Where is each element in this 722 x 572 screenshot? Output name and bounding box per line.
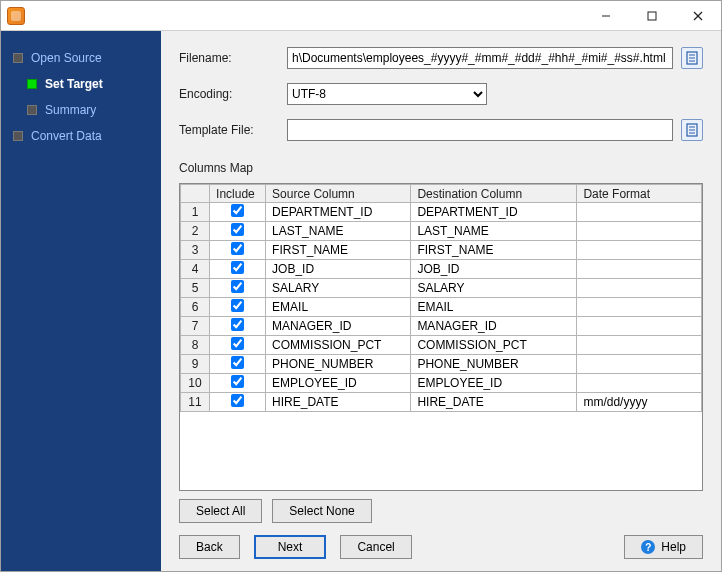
col-header-rownum[interactable]	[181, 185, 210, 203]
table-row[interactable]: 7MANAGER_IDMANAGER_ID	[181, 317, 702, 336]
row-number-cell[interactable]: 7	[181, 317, 210, 336]
back-button[interactable]: Back	[179, 535, 240, 559]
include-cell[interactable]	[210, 317, 266, 336]
source-column-cell[interactable]: FIRST_NAME	[266, 241, 411, 260]
step-summary[interactable]: Summary	[23, 97, 153, 123]
date-format-cell[interactable]	[577, 374, 702, 393]
col-header-date[interactable]: Date Format	[577, 185, 702, 203]
row-number-cell[interactable]: 10	[181, 374, 210, 393]
source-column-cell[interactable]: EMAIL	[266, 298, 411, 317]
destination-column-cell[interactable]: EMAIL	[411, 298, 577, 317]
date-format-cell[interactable]	[577, 241, 702, 260]
include-cell[interactable]	[210, 355, 266, 374]
step-convert-data[interactable]: Convert Data	[9, 123, 153, 149]
date-format-cell[interactable]	[577, 260, 702, 279]
include-checkbox[interactable]	[231, 204, 244, 217]
source-column-cell[interactable]: SALARY	[266, 279, 411, 298]
source-column-cell[interactable]: HIRE_DATE	[266, 393, 411, 412]
columns-map-grid[interactable]: Include Source Column Destination Column…	[179, 183, 703, 491]
table-row[interactable]: 11HIRE_DATEHIRE_DATEmm/dd/yyyy	[181, 393, 702, 412]
destination-column-cell[interactable]: DEPARTMENT_ID	[411, 203, 577, 222]
include-checkbox[interactable]	[231, 261, 244, 274]
date-format-cell[interactable]	[577, 222, 702, 241]
row-number-cell[interactable]: 4	[181, 260, 210, 279]
browse-filename-button[interactable]	[681, 47, 703, 69]
include-checkbox[interactable]	[231, 318, 244, 331]
browse-template-button[interactable]	[681, 119, 703, 141]
include-cell[interactable]	[210, 203, 266, 222]
row-number-cell[interactable]: 2	[181, 222, 210, 241]
destination-column-cell[interactable]: JOB_ID	[411, 260, 577, 279]
row-number-cell[interactable]: 11	[181, 393, 210, 412]
include-checkbox[interactable]	[231, 394, 244, 407]
template-input[interactable]	[287, 119, 673, 141]
include-cell[interactable]	[210, 374, 266, 393]
table-row[interactable]: 3FIRST_NAMEFIRST_NAME	[181, 241, 702, 260]
include-cell[interactable]	[210, 298, 266, 317]
row-number-cell[interactable]: 9	[181, 355, 210, 374]
col-header-source[interactable]: Source Column	[266, 185, 411, 203]
include-checkbox[interactable]	[231, 280, 244, 293]
row-number-cell[interactable]: 5	[181, 279, 210, 298]
table-row[interactable]: 6EMAILEMAIL	[181, 298, 702, 317]
row-number-cell[interactable]: 8	[181, 336, 210, 355]
destination-column-cell[interactable]: SALARY	[411, 279, 577, 298]
include-cell[interactable]	[210, 279, 266, 298]
table-row[interactable]: 9PHONE_NUMBERPHONE_NUMBER	[181, 355, 702, 374]
destination-column-cell[interactable]: EMPLOYEE_ID	[411, 374, 577, 393]
select-all-button[interactable]: Select All	[179, 499, 262, 523]
select-none-button[interactable]: Select None	[272, 499, 371, 523]
step-set-target[interactable]: Set Target	[23, 71, 153, 97]
date-format-cell[interactable]: mm/dd/yyyy	[577, 393, 702, 412]
step-open-source[interactable]: Open Source	[9, 45, 153, 71]
destination-column-cell[interactable]: LAST_NAME	[411, 222, 577, 241]
source-column-cell[interactable]: JOB_ID	[266, 260, 411, 279]
source-column-cell[interactable]: DEPARTMENT_ID	[266, 203, 411, 222]
date-format-cell[interactable]	[577, 336, 702, 355]
filename-input[interactable]	[287, 47, 673, 69]
date-format-cell[interactable]	[577, 298, 702, 317]
include-cell[interactable]	[210, 222, 266, 241]
destination-column-cell[interactable]: MANAGER_ID	[411, 317, 577, 336]
include-checkbox[interactable]	[231, 337, 244, 350]
cancel-button[interactable]: Cancel	[340, 535, 411, 559]
destination-column-cell[interactable]: HIRE_DATE	[411, 393, 577, 412]
date-format-cell[interactable]	[577, 279, 702, 298]
source-column-cell[interactable]: EMPLOYEE_ID	[266, 374, 411, 393]
include-cell[interactable]	[210, 336, 266, 355]
include-checkbox[interactable]	[231, 375, 244, 388]
col-header-include[interactable]: Include	[210, 185, 266, 203]
include-checkbox[interactable]	[231, 242, 244, 255]
row-number-cell[interactable]: 6	[181, 298, 210, 317]
date-format-cell[interactable]	[577, 355, 702, 374]
source-column-cell[interactable]: PHONE_NUMBER	[266, 355, 411, 374]
destination-column-cell[interactable]: FIRST_NAME	[411, 241, 577, 260]
maximize-button[interactable]	[629, 1, 675, 30]
include-checkbox[interactable]	[231, 223, 244, 236]
include-cell[interactable]	[210, 241, 266, 260]
table-row[interactable]: 10EMPLOYEE_IDEMPLOYEE_ID	[181, 374, 702, 393]
table-row[interactable]: 5SALARYSALARY	[181, 279, 702, 298]
col-header-dest[interactable]: Destination Column	[411, 185, 577, 203]
date-format-cell[interactable]	[577, 203, 702, 222]
table-row[interactable]: 2LAST_NAMELAST_NAME	[181, 222, 702, 241]
minimize-button[interactable]	[583, 1, 629, 30]
include-checkbox[interactable]	[231, 299, 244, 312]
help-button[interactable]: ? Help	[624, 535, 703, 559]
destination-column-cell[interactable]: COMMISSION_PCT	[411, 336, 577, 355]
source-column-cell[interactable]: LAST_NAME	[266, 222, 411, 241]
encoding-select[interactable]: UTF-8	[287, 83, 487, 105]
next-button[interactable]: Next	[254, 535, 327, 559]
destination-column-cell[interactable]: PHONE_NUMBER	[411, 355, 577, 374]
row-number-cell[interactable]: 3	[181, 241, 210, 260]
close-button[interactable]	[675, 1, 721, 30]
include-cell[interactable]	[210, 393, 266, 412]
source-column-cell[interactable]: MANAGER_ID	[266, 317, 411, 336]
table-row[interactable]: 8COMMISSION_PCTCOMMISSION_PCT	[181, 336, 702, 355]
source-column-cell[interactable]: COMMISSION_PCT	[266, 336, 411, 355]
table-row[interactable]: 4JOB_IDJOB_ID	[181, 260, 702, 279]
include-checkbox[interactable]	[231, 356, 244, 369]
table-row[interactable]: 1DEPARTMENT_IDDEPARTMENT_ID	[181, 203, 702, 222]
row-number-cell[interactable]: 1	[181, 203, 210, 222]
include-cell[interactable]	[210, 260, 266, 279]
